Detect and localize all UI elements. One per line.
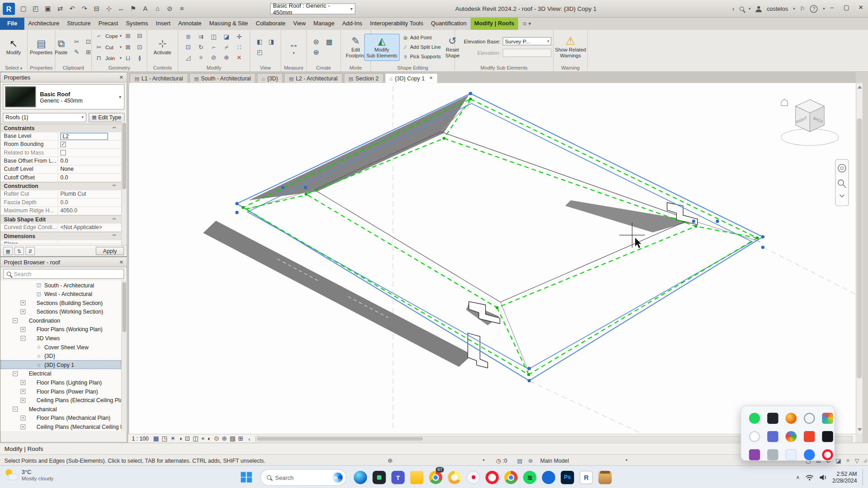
- browser-tree-item[interactable]: + Sections (Building Section): [0, 298, 121, 307]
- app-icon[interactable]: [370, 466, 389, 488]
- ribbon-tab[interactable]: Interoperability Tools: [366, 18, 427, 30]
- panel-label-view[interactable]: View: [250, 65, 280, 70]
- app-icon[interactable]: [539, 466, 558, 488]
- tray-app-icon[interactable]: [804, 413, 815, 423]
- sun-settings-icon[interactable]: ☀: [170, 435, 175, 442]
- app-store-icon[interactable]: ⚐: [800, 5, 805, 12]
- drawing-area[interactable]: RIGHT BACK: [128, 83, 856, 434]
- panel-label-create[interactable]: Create: [307, 65, 340, 70]
- detail-level-icon[interactable]: ▦: [153, 435, 159, 442]
- viewcube-home-icon[interactable]: [781, 99, 788, 106]
- geometry-extra-icon[interactable]: ⊔: [123, 53, 133, 63]
- move-tool[interactable]: ✛: [234, 32, 244, 41]
- browser-tree-item[interactable]: + Ceiling Plans (Mechanical Ceiling Plan…: [0, 422, 121, 431]
- property-row[interactable]: Cutoff Level None ^^: [0, 165, 121, 174]
- cut-tool[interactable]: ✂ Cut ▾ ⊠ ⊡: [91, 42, 147, 52]
- property-value[interactable]: Plumb Cut ^^: [57, 190, 121, 198]
- property-row[interactable]: Slope ^^: [0, 240, 121, 244]
- close-icon[interactable]: ✕: [119, 259, 123, 265]
- search-icon[interactable]: [739, 7, 744, 11]
- browser-tree-item[interactable]: − Mechanical: [0, 404, 121, 413]
- align-tool[interactable]: ≣: [183, 32, 193, 41]
- tray-app-icon[interactable]: [767, 449, 778, 460]
- browser-tree-item[interactable]: + Sections (Working Section): [0, 307, 121, 316]
- photos-tray-icon[interactable]: [786, 449, 797, 460]
- undo-icon[interactable]: ↶: [66, 3, 78, 14]
- ribbon-display-toggle[interactable]: ⊙ ▾: [518, 18, 535, 30]
- chevron-down-icon[interactable]: ▾: [626, 455, 627, 466]
- delete-tool[interactable]: ✕: [234, 53, 244, 62]
- property-value[interactable]: None ^^: [57, 165, 121, 173]
- property-row[interactable]: Rafter Cut Plumb Cut ^^: [0, 190, 121, 198]
- activate-controls-button[interactable]: ⊹ Activate: [152, 37, 173, 56]
- add-point-button[interactable]: ⊕ Add Point: [402, 33, 441, 42]
- tree-expander[interactable]: [28, 344, 33, 349]
- create-assembly-icon[interactable]: ⊛: [311, 37, 321, 47]
- edge-icon[interactable]: [351, 466, 370, 488]
- copy-tool[interactable]: ⊡: [183, 42, 193, 52]
- tree-expander[interactable]: −: [13, 371, 18, 376]
- panel-label-geometry[interactable]: Geometry: [92, 65, 146, 70]
- user-avatar-icon[interactable]: [755, 6, 761, 12]
- property-row[interactable]: Curved Edge Condi... <Not Applicable> ^^: [0, 224, 121, 232]
- tree-expander[interactable]: [28, 282, 33, 287]
- ribbon-tab[interactable]: Systems: [122, 18, 152, 30]
- split-element-tool[interactable]: ⌿: [221, 42, 231, 52]
- browser-scrollbar[interactable]: [121, 281, 127, 431]
- pick-supports-button[interactable]: ≡ Pick Supports: [402, 52, 441, 61]
- geometry-extra-icon[interactable]: ⊞: [123, 31, 133, 41]
- browser-tree-item[interactable]: + Floor Plans (Mechanical Plan): [0, 413, 121, 422]
- print-icon[interactable]: ⊟: [91, 3, 103, 14]
- property-row[interactable]: Maximum Ridge H... 4050.0 ^^: [0, 207, 121, 215]
- firefox-tray-icon[interactable]: [786, 413, 797, 423]
- text-icon[interactable]: A: [140, 3, 151, 14]
- cope-tool[interactable]: ⌐ Cope ▾ ⊞ ⊟: [91, 31, 147, 41]
- property-value[interactable]: 0.0 ^^: [57, 199, 121, 206]
- geometry-extra-icon[interactable]: ≬: [134, 53, 145, 63]
- create-group-icon[interactable]: ▦: [324, 37, 335, 47]
- paste-button[interactable]: ⧉ Paste: [53, 37, 70, 56]
- property-value[interactable]: ^^: [57, 240, 121, 243]
- chevron-down-icon[interactable]: ▾: [483, 455, 485, 466]
- panel-label-controls[interactable]: Controls: [147, 65, 178, 70]
- browser-tree-item[interactable]: ⌂ Cover Sheet View: [0, 343, 121, 352]
- collapse-chevron-icon[interactable]: ^^: [113, 183, 116, 190]
- shape-edit-control-points[interactable]: [235, 92, 764, 382]
- worksharing-display-icon[interactable]: ⊛: [222, 435, 227, 442]
- browser-tree-item[interactable]: ◫ South - Architectural: [0, 281, 121, 290]
- ribbon-tab[interactable]: Modify | Roofs: [470, 18, 518, 30]
- panel-label-shape-editing[interactable]: Shape Editing: [371, 65, 454, 70]
- type-selector[interactable]: Basic Roof Generic - 450mm ▾: [3, 84, 124, 109]
- geometry-extra-icon[interactable]: ⊠: [123, 42, 133, 52]
- close-icon[interactable]: ✕: [429, 76, 433, 81]
- 3d-view[interactable]: RIGHT BACK: [129, 83, 856, 434]
- tree-expander[interactable]: [28, 362, 33, 367]
- mirror-draw-tool[interactable]: ◪: [221, 32, 231, 41]
- tree-expander[interactable]: −: [13, 318, 18, 323]
- collapse-chevron-icon[interactable]: ^^: [113, 125, 116, 132]
- hidden-window-icon[interactable]: ◨: [266, 37, 276, 47]
- tray-app-icon[interactable]: [767, 431, 778, 442]
- scale-tool[interactable]: ◿: [183, 53, 193, 62]
- sync-icon[interactable]: ⇄: [54, 3, 66, 14]
- app-icon[interactable]: [596, 466, 615, 488]
- panel-label-clipboard[interactable]: Clipboard: [55, 65, 91, 70]
- select-pinned-icon[interactable]: ⍟: [846, 457, 850, 464]
- create-similar-icon[interactable]: ⊕: [311, 47, 321, 57]
- ribbon-tab[interactable]: Quantification: [427, 18, 471, 30]
- property-value[interactable]: ^^: [110, 125, 121, 132]
- measure-icon[interactable]: ⊹: [103, 3, 115, 14]
- active-design-option[interactable]: Main Model: [540, 455, 569, 466]
- lock-3d-view-icon[interactable]: ⌖: [201, 435, 205, 442]
- tray-overflow-chevron-icon[interactable]: ∧: [796, 474, 800, 480]
- app-icon[interactable]: [464, 466, 483, 488]
- sort-groups-icon[interactable]: ⇵: [25, 247, 35, 255]
- design-options-icon[interactable]: ⊚: [528, 455, 533, 466]
- collapse-chevron-icon[interactable]: ^^: [113, 216, 116, 223]
- browser-tree-item[interactable]: ◫ West - Architectural: [0, 289, 121, 298]
- panel-label-modify-sub-elements[interactable]: Modify Sub Elements: [455, 65, 553, 70]
- properties-header[interactable]: Properties ✕: [0, 72, 127, 82]
- panel-label-properties[interactable]: Properties: [28, 65, 55, 70]
- type-selector-combo[interactable]: Basic Roof : Generic - 450mm ▾: [270, 3, 356, 14]
- open-file-icon[interactable]: ◰: [30, 3, 42, 14]
